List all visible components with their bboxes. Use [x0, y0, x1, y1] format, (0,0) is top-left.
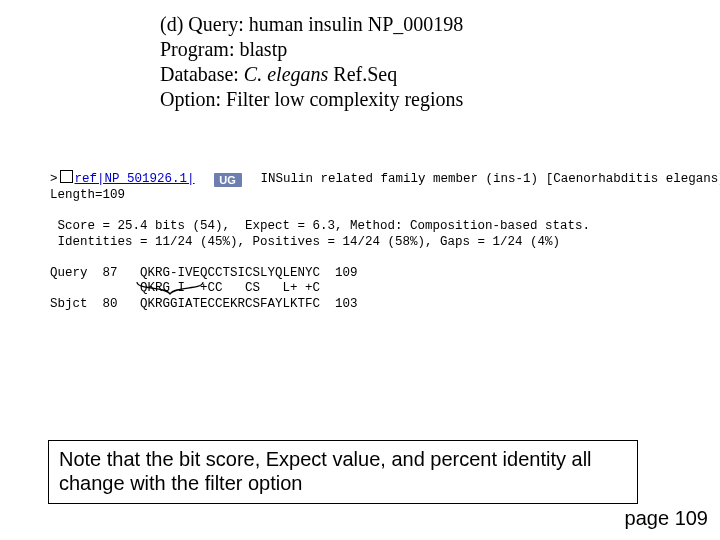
length-line: Length=109	[50, 188, 125, 202]
unigene-badge-icon[interactable]: UG	[214, 173, 242, 187]
header-line-option: Option: Filter low complexity regions	[160, 87, 463, 112]
score-line: Score = 25.4 bits (54), Expect = 6.3, Me…	[50, 219, 590, 233]
header-line-database: Database: C. elegans Ref.Seq	[160, 62, 463, 87]
checkbox-icon[interactable]	[60, 170, 73, 183]
header-line-program: Program: blastp	[160, 37, 463, 62]
db-prefix: Database:	[160, 63, 244, 85]
defline-gt: >	[50, 172, 58, 186]
brace-annotation-icon	[135, 280, 205, 300]
page-number: page 109	[625, 507, 708, 530]
alignment-query: Query 87 QKRG-IVEQCCTSICSLYQLENYC 109	[50, 266, 358, 280]
header-block: (d) Query: human insulin NP_000198 Progr…	[160, 12, 463, 112]
db-species: C. elegans	[244, 63, 328, 85]
header-line-query: (d) Query: human insulin NP_000198	[160, 12, 463, 37]
identities-line: Identities = 11/24 (45%), Positives = 14…	[50, 235, 560, 249]
note-text: Note that the bit score, Expect value, a…	[59, 448, 592, 494]
ref-link[interactable]: ref|NP_501926.1|	[75, 172, 195, 186]
note-box: Note that the bit score, Expect value, a…	[48, 440, 638, 504]
hit-description: INSulin related family member (ins-1) [C…	[253, 172, 720, 186]
db-suffix: Ref.Seq	[328, 63, 397, 85]
